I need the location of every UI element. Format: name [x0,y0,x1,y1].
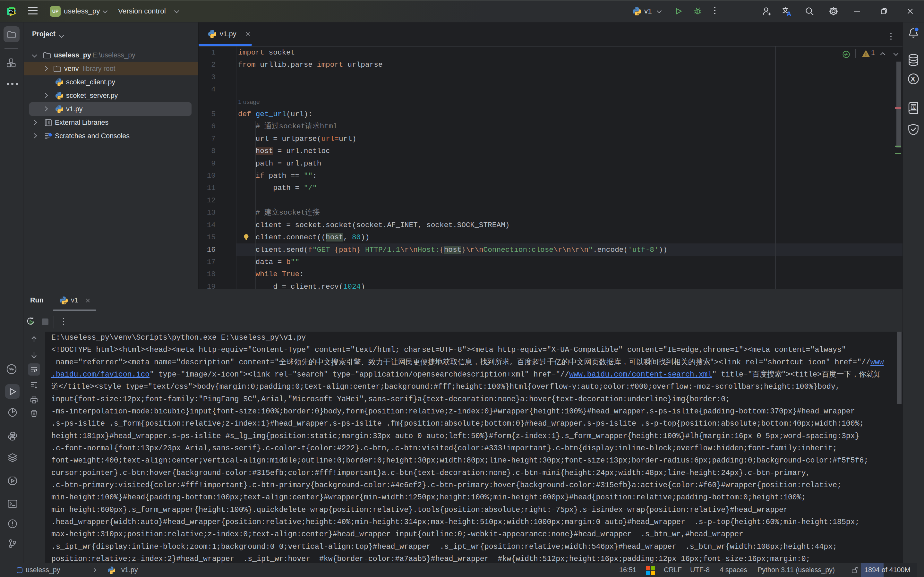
svg-text:A: A [787,10,792,17]
svg-text:PC: PC [9,9,14,12]
svg-text:X: X [911,75,915,83]
svg-text:A: A [913,106,915,110]
